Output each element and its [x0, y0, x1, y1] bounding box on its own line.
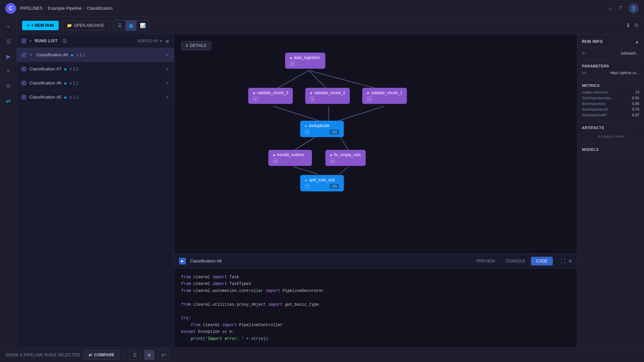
node-label-1: validate_chunk_1: [371, 90, 402, 95]
sidebar-item-layers[interactable]: ≡: [2, 65, 14, 77]
list-view-button[interactable]: ☰: [114, 20, 125, 31]
metrics-section: METRICS scalar metrics/s... 13 Summary/a…: [577, 80, 644, 122]
metric-val-4: 0.87: [632, 113, 639, 117]
node-dedup-icon: ●: [305, 124, 307, 128]
run-7-name: Classification #7 v 1.1: [30, 66, 162, 71]
run-item-5[interactable]: Classification #5 v 1.1 ✓: [17, 90, 174, 104]
bottom-tag-button[interactable]: 🏷: [158, 350, 170, 360]
code-panel-header: ▶ Classification #8 PREVIEW CONSOLE CODE…: [174, 254, 577, 268]
bottom-bar: SHOW 4 PIPELINE RUNS SELECTED ⇄ COMPARE …: [0, 347, 644, 362]
filter-icon[interactable]: ≣: [165, 38, 169, 44]
close-panel-button[interactable]: ✕: [568, 258, 572, 264]
app-logo: C: [5, 3, 16, 14]
code-panel: ▶ Classification #8 PREVIEW CONSOLE CODE…: [174, 253, 577, 347]
run-item-7[interactable]: Classification #7 v 1.1 ✓: [17, 62, 174, 76]
download-icon[interactable]: ⬇: [626, 22, 630, 28]
main-layout: ⌖ ☰ ▶ ≡ ⚙ ⇄ + + NEW RUN 📂 OPEN ARCHIVE ☰…: [0, 17, 644, 347]
node-split-timer: 14s: [330, 184, 339, 189]
pipeline-canvas[interactable]: ℹ DETAILS: [174, 34, 577, 253]
node-validate-chunk-3[interactable]: ■ validate_chunk_3 ⊙: [248, 88, 293, 104]
refresh-icon[interactable]: ↻: [634, 22, 639, 28]
new-run-button[interactable]: + + NEW RUN: [22, 21, 59, 30]
metric-key-3: Summary/recall: [582, 107, 607, 111]
run-7-checkbox[interactable]: [21, 67, 26, 71]
pipeline-area: ℹ DETAILS: [174, 34, 577, 347]
node-dedup-label: deduplicate: [309, 123, 329, 128]
details-button[interactable]: ℹ DETAILS: [181, 41, 211, 50]
node-data-ingestion[interactable]: ■ data_ingestion ⊙: [285, 53, 325, 69]
code-panel-icon: ▶: [179, 258, 186, 264]
metric-row-1: Summary/accura... 0.91: [582, 96, 639, 100]
metric-key-2: Summary/loss: [582, 102, 605, 106]
artifacts-title: ARTIFACTS: [582, 126, 639, 130]
code-panel-title: Classification #8: [190, 258, 222, 263]
content-area: + + NEW RUN 📂 OPEN ARCHIVE ☰ ▦ 📊 ⬇ ↻: [17, 17, 644, 347]
node-fix-empty-vals[interactable]: ■ fix_empty_vals ⊙: [325, 150, 366, 166]
avatar[interactable]: 👤: [629, 3, 639, 13]
node-handle-outliers[interactable]: ■ handle_outliers ⊙: [268, 150, 312, 166]
tab-preview[interactable]: PREVIEW: [471, 257, 500, 265]
expand-panel-button[interactable]: ⛶: [561, 258, 566, 264]
code-panel-tabs: PREVIEW CONSOLE CODE: [471, 257, 553, 265]
compare-icon: ⇄: [89, 353, 92, 357]
node-split-icon: ●: [305, 178, 307, 182]
id-section: ID bd00a0f1...: [577, 48, 644, 61]
search-icon[interactable]: ⌕: [609, 5, 612, 11]
settings-icon[interactable]: ☰: [62, 38, 67, 44]
node-status-2: ⊙: [310, 97, 315, 101]
node-validate-chunk-1[interactable]: ■ validate_chunk_1 ⊙: [362, 88, 407, 104]
run-8-name: Classification #8 v 1.1: [36, 52, 162, 57]
code-panel-actions: ⛶ ✕: [561, 258, 572, 264]
metric-val-0: 13: [635, 90, 639, 94]
details-label: DETAILS: [190, 43, 206, 48]
run-6-checkbox[interactable]: [21, 81, 26, 85]
node-fix-label: fix_empty_vals: [334, 153, 361, 157]
node-split-train-test[interactable]: ● split_train_test ⊙ 14s: [300, 175, 344, 191]
metric-row-4: Summary/mAP 0.87: [582, 113, 639, 117]
node-icon-1: ■: [367, 91, 369, 95]
run-info-header: RUN INFO ▲: [577, 34, 644, 48]
tab-code[interactable]: CODE: [531, 257, 553, 265]
node-icon: ■: [290, 56, 292, 60]
run-item-8[interactable]: ▼ Classification #8 v 1.1 ✓: [17, 48, 174, 62]
select-all-checkbox[interactable]: [21, 39, 26, 43]
run-8-check: ✓: [166, 52, 169, 57]
run-6-check: ✓: [166, 80, 169, 85]
node-label: data_ingestion: [294, 55, 320, 60]
breadcrumb-pipeline[interactable]: Example Pipeline: [48, 6, 82, 11]
sidebar-item-plugins[interactable]: ⚙: [2, 80, 14, 92]
sidebar-item-list[interactable]: ☰: [2, 36, 14, 48]
node-validate-chunk-2[interactable]: ■ validate_chunk_2 ⊙: [305, 88, 350, 104]
run-item-6[interactable]: Classification #6 v 1.1 ✓: [17, 76, 174, 90]
runs-list-title: RUNS LIST: [35, 39, 58, 43]
sorted-by-label[interactable]: SORTED BY ▾: [138, 39, 162, 43]
run-5-name: Classification #5 v 1.1: [30, 95, 162, 100]
run-8-checkbox[interactable]: [21, 53, 26, 57]
body-split: ▼ RUNS LIST ☰ SORTED BY ▾ ≣ ▼: [17, 34, 644, 347]
metrics-title: METRICS: [582, 83, 639, 87]
run-info-title: RUN INFO: [582, 39, 603, 44]
run-5-checkbox[interactable]: [21, 95, 26, 100]
bottom-list-button[interactable]: ☰: [129, 350, 141, 360]
node-fix-icon: ■: [330, 153, 332, 157]
node-deduplicate[interactable]: ● deduplicate ⊙ 15s: [300, 121, 344, 137]
help-icon[interactable]: ?: [619, 5, 622, 11]
metric-val-1: 0.91: [632, 96, 639, 100]
graph-view-button[interactable]: ▦: [125, 20, 137, 31]
pipeline-connections: [174, 34, 577, 253]
chart-view-button[interactable]: 📊: [137, 20, 149, 31]
metric-key-4: Summary/mAP: [582, 113, 607, 117]
bottom-stop-button[interactable]: ■: [144, 350, 154, 360]
toolbar: + + NEW RUN 📂 OPEN ARCHIVE ☰ ▦ 📊 ⬇ ↻: [17, 17, 644, 34]
url-value: https://github.co...: [610, 71, 639, 75]
sidebar-item-dashboard[interactable]: ⌖: [2, 21, 14, 33]
compare-button[interactable]: ⇄ COMPARE: [84, 350, 119, 360]
collapse-icon[interactable]: ▲: [635, 39, 639, 44]
tab-console[interactable]: CONSOLE: [501, 257, 531, 265]
open-archive-button[interactable]: 📂 OPEN ARCHIVE: [62, 20, 109, 31]
sidebar-item-runs[interactable]: ▶: [2, 50, 14, 62]
sidebar-item-pipelines[interactable]: ⇄: [2, 95, 14, 107]
breadcrumb-pipelines[interactable]: PIPELINES: [20, 6, 43, 11]
metric-val-2: 0.06: [632, 102, 639, 106]
id-value: bd00a0f1...: [621, 51, 639, 55]
